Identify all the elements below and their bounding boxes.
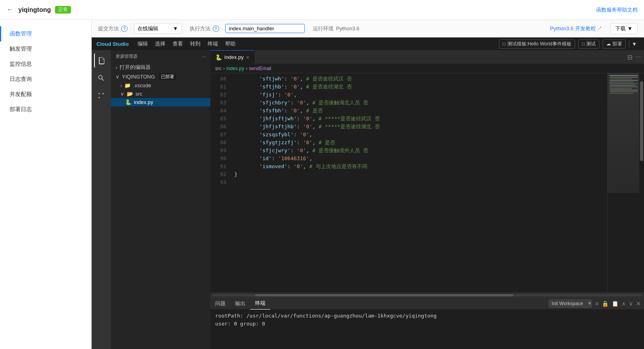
activity-git-icon[interactable] bbox=[94, 88, 108, 103]
split-editor-icon[interactable]: ⊟ bbox=[627, 53, 632, 61]
bp-tab-problems[interactable]: 问题 bbox=[210, 298, 230, 310]
more-actions-icon[interactable]: ··· bbox=[636, 53, 641, 61]
cs-editor-area: 资源管理器 ··· › 打开的编辑器 ∨ YIQINGTONG bbox=[92, 50, 644, 349]
test-template-button[interactable]: □ 测试模板:Hello World事件模板 bbox=[499, 39, 575, 49]
bc-func[interactable]: sendEmail bbox=[249, 66, 271, 71]
activity-search-icon[interactable] bbox=[94, 71, 108, 85]
src-folder[interactable]: ∨ 📂 src bbox=[111, 90, 210, 98]
bp-line-2: user: 0 group: 0 bbox=[215, 320, 639, 328]
workspace-select[interactable]: Init Workspace bbox=[549, 300, 592, 308]
cloud-studio: Cloud Studio 编辑 选择 查看 转到 终端 帮助 □ 测试模板:He… bbox=[92, 37, 644, 349]
bp-action-lock[interactable]: 🔒 bbox=[602, 300, 609, 307]
bp-action-up[interactable]: ∧ bbox=[622, 300, 626, 307]
bp-action-copy[interactable]: 📋 bbox=[612, 300, 618, 307]
fe-title: 资源管理器 bbox=[116, 53, 137, 59]
bc-sep2: › bbox=[246, 66, 247, 71]
code-editor[interactable]: 8081828384 8586878889 90919293 'sftjwh':… bbox=[210, 73, 644, 292]
src-arrow: ∨ bbox=[120, 91, 124, 97]
code-content[interactable]: 'sftjwh': '0', # 是否途径武汉 否 'sftjhb': '0',… bbox=[230, 73, 607, 292]
bc-sep1: › bbox=[223, 66, 225, 71]
submit-dropdown-icon: ▼ bbox=[173, 25, 178, 31]
sidebar-item-trigger-management[interactable]: 触发管理 bbox=[0, 41, 91, 57]
code-line-85: 'jhfjsftjwh': '0', # *****是否途径武汉 否 bbox=[234, 115, 607, 123]
test-button[interactable]: □ 测试 bbox=[578, 39, 599, 49]
bp-tab-terminal[interactable]: 终端 bbox=[250, 298, 270, 310]
index-py-file[interactable]: 🐍 index.py bbox=[111, 98, 210, 106]
back-button[interactable]: ← bbox=[6, 6, 14, 14]
code-line-87: 'szsqsfybl': '0', bbox=[234, 131, 607, 139]
download-button[interactable]: 下载 ▼ bbox=[610, 23, 638, 34]
sidebar-item-deploy-log[interactable]: 部署日志 bbox=[0, 102, 91, 117]
editor-tab-actions: ⊟ ··· bbox=[627, 53, 644, 61]
activity-files-icon[interactable] bbox=[94, 53, 108, 68]
activity-bar bbox=[92, 50, 111, 349]
exec-label: 执行方法 bbox=[190, 25, 210, 32]
fe-more-icon[interactable]: ··· bbox=[202, 54, 206, 59]
test-icon: □ bbox=[582, 41, 585, 47]
vscode-label: .vscode bbox=[133, 82, 151, 88]
sidebar-item-log-query[interactable]: 日志查询 bbox=[0, 72, 91, 87]
sidebar-item-monitor[interactable]: 监控信息 bbox=[0, 57, 91, 72]
dev-tutorial-link[interactable]: Python3.6 开发教程 ↗ bbox=[550, 25, 602, 32]
cs-menu-help[interactable]: 帮助 bbox=[222, 39, 239, 49]
submit-method-group: 提交方法 ? · 在线编辑 ▼ bbox=[98, 24, 182, 34]
index-py-label: index.py bbox=[134, 99, 153, 105]
vscrollbar-thumb[interactable] bbox=[640, 81, 643, 161]
code-line-80: 'sftjwh': '0', # 是否途径武汉 否 bbox=[234, 75, 607, 83]
open-editors-arrow: › bbox=[116, 65, 117, 71]
cs-menu-edit[interactable]: 编辑 bbox=[134, 39, 151, 49]
file-explorer: 资源管理器 ··· › 打开的编辑器 ∨ YIQINGTONG bbox=[111, 50, 210, 349]
bottom-panel-tabs: 问题 输出 终端 Init Workspace ▼ ≡ bbox=[210, 298, 644, 310]
cs-menubar: Cloud Studio 编辑 选择 查看 转到 终端 帮助 □ 测试模板:He… bbox=[92, 37, 644, 50]
deploy-button[interactable]: ☁ 部署 bbox=[603, 39, 626, 49]
submit-select[interactable]: 在线编辑 ▼ bbox=[134, 24, 182, 34]
submit-label: 提交方法 bbox=[98, 25, 119, 32]
sidebar-item-concurrency[interactable]: 并发配额 bbox=[0, 87, 91, 102]
code-line-93 bbox=[234, 178, 607, 186]
bp-action-close[interactable]: ✕ bbox=[636, 300, 641, 307]
cs-menu-view[interactable]: 查看 bbox=[169, 39, 186, 49]
function-toolbar: 提交方法 ? · 在线编辑 ▼ 执行方法 ? · 运行环境 Python3.6 … bbox=[92, 20, 644, 37]
editor-tab-index-py[interactable]: 🐍 index.py × bbox=[210, 50, 255, 64]
cs-menu-goto[interactable]: 转到 bbox=[187, 39, 204, 49]
code-line-86: 'jhfjsftjhb': '0', # *****是否途径湖北 否 bbox=[234, 123, 607, 131]
cs-menu-terminal[interactable]: 终端 bbox=[204, 39, 221, 49]
bp-line-1: rootPath: /usr/local/var/functions/ap-gu… bbox=[215, 312, 639, 320]
main-layout: 函数管理 触发管理 监控信息 日志查询 并发配额 部署日志 提交方法 ? · 在… bbox=[0, 20, 644, 349]
tab-label: index.py bbox=[224, 54, 243, 60]
exec-method-group: 执行方法 ? · bbox=[190, 24, 305, 33]
bp-action-list[interactable]: ≡ bbox=[595, 300, 599, 307]
sidebar-item-function-management[interactable]: 函数管理 bbox=[0, 26, 91, 41]
horizontal-scrollbar[interactable] bbox=[210, 292, 644, 297]
bp-action-down[interactable]: ∨ bbox=[629, 300, 633, 307]
submit-dot: · bbox=[130, 25, 132, 31]
tab-py-icon: 🐍 bbox=[215, 54, 222, 61]
minimap bbox=[607, 73, 639, 292]
vertical-scrollbar[interactable] bbox=[639, 73, 644, 292]
exec-input[interactable] bbox=[225, 24, 305, 33]
help-link[interactable]: 函数服务帮助文档 bbox=[596, 6, 638, 14]
test-label: 测试 bbox=[586, 41, 596, 47]
project-root[interactable]: ∨ YIQINGTONG 已部署 bbox=[111, 72, 210, 81]
vscode-folder[interactable]: › 📁 .vscode bbox=[111, 81, 210, 90]
fe-header: 资源管理器 ··· bbox=[111, 50, 210, 63]
bc-file[interactable]: index.py bbox=[226, 66, 244, 71]
expand-icon[interactable]: ▼ bbox=[629, 40, 639, 48]
src-label: src bbox=[135, 91, 142, 97]
bp-tab-output[interactable]: 输出 bbox=[230, 298, 250, 310]
open-editors-section[interactable]: › 打开的编辑器 bbox=[111, 63, 210, 72]
cs-menu-select[interactable]: 选择 bbox=[152, 39, 169, 49]
env-label: 运行环境 bbox=[313, 25, 334, 32]
status-badge: 正常 bbox=[55, 6, 71, 14]
code-line-84: 'sfsfbh': '0', # 是否 bbox=[234, 107, 607, 115]
vscode-arrow: › bbox=[120, 82, 122, 88]
project-badge: 已部署 bbox=[159, 73, 176, 80]
code-line-88: 'sfygtjzzfj': '0', # 是否 bbox=[234, 139, 607, 147]
top-bar: ← yiqingtong 正常 函数服务帮助文档 bbox=[0, 0, 644, 20]
editor-pane: 🐍 index.py × ⊟ ··· src › index.py bbox=[210, 50, 644, 349]
tab-close-icon[interactable]: × bbox=[246, 54, 249, 61]
app-title: yiqingtong bbox=[18, 6, 51, 14]
exec-help-icon[interactable]: ? bbox=[213, 25, 219, 32]
bc-src[interactable]: src bbox=[215, 66, 222, 71]
submit-help-icon[interactable]: ? bbox=[121, 25, 128, 32]
